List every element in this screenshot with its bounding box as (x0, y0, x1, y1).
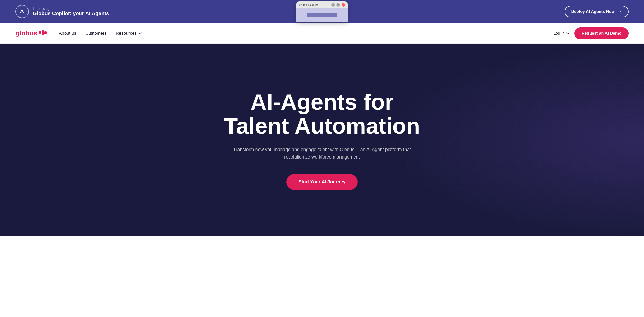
chevron-down-icon (138, 31, 142, 34)
hero-subheading: Transform how you manage and engage tale… (222, 146, 422, 161)
svg-point-1 (20, 12, 21, 13)
browser-content-bar (307, 13, 337, 17)
browser-title: Globus copilot (301, 4, 318, 6)
browser-mockup-container: ≡ Globus copilot + ⟳ × (296, 1, 348, 22)
hero-heading: AI-Agents for Talent Automation (224, 90, 420, 138)
nav-link-customers[interactable]: Customers (85, 31, 106, 36)
browser-plus-btn[interactable]: + (331, 3, 335, 7)
svg-rect-4 (42, 30, 44, 35)
announcement-text: Introducing Globus Copilot: your AI Agen… (33, 7, 109, 16)
nav-item-customers: Customers (85, 31, 106, 36)
hero-heading-line2: Talent Automation (224, 113, 420, 138)
nav-resources-label: Resources (116, 31, 137, 36)
deploy-button-label: Deploy AI Agents Now (571, 9, 615, 14)
announcement-bar: Introducing Globus Copilot: your AI Agen… (0, 0, 644, 23)
nav-links: About us Customers Resources (59, 31, 141, 36)
logo-icon (39, 30, 47, 37)
copilot-icon (15, 5, 29, 18)
logo-text: globus (15, 29, 37, 37)
request-demo-button[interactable]: Request an AI Demo (574, 27, 629, 39)
request-demo-label: Request an AI Demo (582, 31, 621, 35)
browser-controls: + ⟳ × (331, 3, 345, 7)
browser-left: ≡ Globus copilot (299, 4, 318, 6)
logo-link[interactable]: globus (15, 29, 47, 37)
nav-about-label: About us (59, 31, 76, 36)
arrow-right-icon: → (617, 9, 622, 14)
nav-item-about: About us (59, 31, 76, 36)
nav-link-about[interactable]: About us (59, 31, 76, 36)
product-name: Globus Copilot: your AI Agents (33, 11, 109, 16)
nav-item-resources: Resources (116, 31, 141, 36)
svg-point-0 (21, 10, 23, 12)
svg-point-2 (23, 12, 24, 13)
nav-customers-label: Customers (85, 31, 106, 36)
hero-cta-button[interactable]: Start Your AI Journey (286, 174, 358, 190)
navbar: globus About us Customers (0, 23, 644, 44)
browser-titlebar: ≡ Globus copilot + ⟳ × (296, 1, 348, 8)
svg-rect-5 (44, 31, 47, 34)
navbar-left: globus About us Customers (15, 29, 141, 37)
browser-content (296, 8, 348, 22)
hamburger-icon: ≡ (299, 4, 300, 6)
login-button[interactable]: Log in (553, 31, 569, 36)
hero-section: AI-Agents for Talent Automation Transfor… (0, 44, 644, 236)
browser-close-btn[interactable]: × (342, 3, 345, 7)
login-label: Log in (553, 31, 565, 36)
browser-minimize-btn[interactable]: ⟳ (336, 3, 340, 7)
announcement-left: Introducing Globus Copilot: your AI Agen… (15, 5, 109, 18)
svg-rect-3 (39, 31, 41, 34)
hero-cta-label: Start Your AI Journey (299, 179, 346, 184)
deploy-agents-button[interactable]: Deploy AI Agents Now → (565, 6, 629, 17)
navbar-right: Log in Request an AI Demo (553, 27, 629, 39)
hero-heading-line1: AI-Agents for (250, 89, 393, 115)
login-chevron-icon (566, 31, 570, 34)
browser-mockup: ≡ Globus copilot + ⟳ × (296, 1, 348, 22)
introducing-label: Introducing (33, 7, 109, 11)
nav-link-resources[interactable]: Resources (116, 31, 141, 36)
